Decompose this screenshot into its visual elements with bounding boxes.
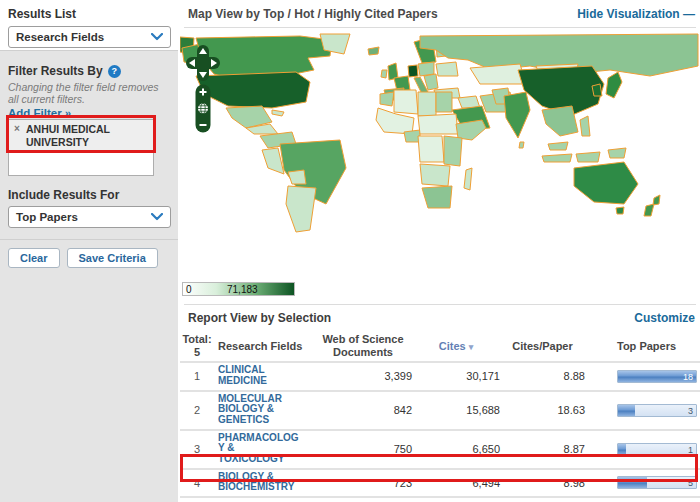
table-row: 1 CLINICAL MEDICINE 3,399 30,171 8.88 18	[180, 361, 700, 390]
country-ethiopia[interactable]	[456, 120, 486, 140]
country-southeast-asia[interactable]	[542, 106, 578, 136]
filter-listbox[interactable]: × ANHUI MEDICAL UNIVERSITY	[8, 119, 154, 176]
country-indonesia-west[interactable]	[542, 154, 572, 162]
country-new-zealand-north[interactable]	[653, 195, 660, 205]
country-sudan-chad[interactable]	[418, 114, 458, 134]
country-germany[interactable]	[408, 65, 418, 77]
map-pan-control[interactable]	[186, 45, 220, 81]
country-algeria[interactable]	[394, 90, 418, 114]
top-papers-value: 5	[688, 477, 693, 489]
country-argentina[interactable]	[286, 186, 316, 232]
cites-sort-label: Cites	[439, 340, 466, 352]
table-row: 3 PHARMACOLOGY & TOXICOLOGY 750 6,650 8.…	[180, 429, 700, 468]
country-new-zealand-south[interactable]	[644, 204, 654, 216]
country-tasmania[interactable]	[616, 207, 624, 214]
map-zoom-control[interactable]	[195, 84, 211, 133]
main-content: Map View by Top / Hot / Highly Cited Pap…	[180, 0, 700, 502]
filter-results-heading: Filter Results By ?	[8, 64, 121, 78]
remove-filter-icon[interactable]: ×	[14, 123, 20, 134]
add-filter-link[interactable]: Add Filter »	[8, 107, 71, 119]
column-header-wos-documents[interactable]: Web of Science Documents	[314, 333, 412, 358]
country-ireland[interactable]	[381, 70, 387, 78]
active-filter-chip[interactable]: × ANHUI MEDICAL UNIVERSITY	[9, 120, 153, 152]
cites-per-paper-value: 8.88	[500, 370, 585, 382]
results-list-dropdown[interactable]: Research Fields	[8, 26, 171, 48]
country-south-africa[interactable]	[422, 186, 452, 208]
country-madagascar[interactable]	[464, 168, 472, 190]
clear-button[interactable]: Clear	[8, 248, 60, 268]
sidebar-divider	[0, 239, 178, 240]
total-value: 5	[194, 346, 200, 358]
country-india[interactable]	[504, 92, 530, 138]
filter-note: Changing the filter field removes all cu…	[8, 81, 166, 106]
cites-per-paper-value: 18.63	[500, 404, 585, 416]
country-peru[interactable]	[262, 148, 284, 174]
table-row: 2 MOLECULAR BIOLOGY & GENETICS 842 15,68…	[180, 390, 700, 429]
field-link-molecular-biology-genetics[interactable]: MOLECULAR BIOLOGY & GENETICS	[218, 394, 302, 426]
include-results-dropdown[interactable]: Top Papers	[8, 206, 171, 228]
row-rank: 1	[180, 370, 214, 382]
wos-documents-value: 842	[314, 404, 412, 416]
sort-down-icon: ▾	[469, 342, 474, 352]
include-results-heading: Include Results For	[8, 188, 119, 202]
world-map[interactable]: 0 71,183	[180, 32, 700, 278]
table-header-row: Total:5 Research Fields Web of Science D…	[180, 331, 700, 361]
row-rank: 2	[180, 404, 214, 416]
top-papers-bar: 3	[617, 404, 697, 417]
country-kazakhstan[interactable]	[470, 64, 526, 84]
country-libya[interactable]	[418, 92, 436, 116]
country-east-africa[interactable]	[444, 136, 462, 166]
country-morocco[interactable]	[380, 92, 394, 106]
hide-visualization-label: Hide Visualization	[577, 7, 679, 21]
country-drc[interactable]	[418, 136, 444, 162]
cites-value: 15,688	[412, 404, 500, 416]
header-divider	[184, 27, 696, 28]
field-link-clinical-medicine[interactable]: CLINICAL MEDICINE	[218, 365, 302, 386]
report-view-title: Report View by Selection	[188, 311, 331, 325]
save-criteria-button[interactable]: Save Criteria	[67, 248, 158, 268]
table-row: 0 ALL FIELDS 7,767 77,774 10.01 41	[180, 496, 700, 502]
country-poland-baltics[interactable]	[418, 62, 434, 76]
country-ukraine[interactable]	[436, 62, 458, 76]
sidebar: Results List Research Fields Filter Resu…	[0, 0, 178, 502]
country-australia[interactable]	[574, 162, 638, 204]
field-link-pharmacology-toxicology[interactable]: PHARMACOLOGY & TOXICOLOGY	[218, 433, 302, 465]
country-korea[interactable]	[592, 84, 602, 96]
column-header-cites[interactable]: Cites ▾	[412, 340, 500, 353]
cites-per-paper-value: 8.98	[500, 477, 585, 489]
country-indonesia-east[interactable]	[576, 152, 600, 162]
country-philippines[interactable]	[580, 116, 590, 136]
country-egypt[interactable]	[436, 92, 452, 112]
globe-icon[interactable]	[198, 104, 208, 114]
sidebar-buttons: Clear Save Criteria	[8, 248, 158, 268]
country-cuba[interactable]	[272, 110, 284, 116]
zoom-in-icon[interactable]	[202, 89, 204, 96]
customize-link[interactable]: Customize	[634, 311, 695, 325]
filter-results-heading-text: Filter Results By	[8, 64, 103, 78]
help-icon[interactable]: ?	[108, 65, 121, 78]
country-malaysia[interactable]	[548, 142, 568, 150]
row-rank: 4	[180, 477, 214, 489]
column-header-top-papers[interactable]: Top Papers	[617, 340, 697, 352]
total-label: Total:	[182, 333, 211, 345]
table-row-highlighted: 4 BIOLOGY & BIOCHEMISTRY 723 6,494 8.98 …	[180, 468, 700, 497]
country-papua-new-guinea[interactable]	[608, 148, 626, 158]
world-map-svg[interactable]	[180, 32, 700, 278]
zoom-out-icon[interactable]	[200, 124, 207, 126]
bar-fill	[618, 405, 635, 416]
column-header-research-fields[interactable]: Research Fields	[214, 340, 314, 352]
top-papers-bar: 1	[617, 443, 697, 456]
country-angola-zambia[interactable]	[420, 164, 450, 186]
country-iceland[interactable]	[368, 47, 379, 55]
top-papers-bar: 18	[617, 370, 697, 383]
cites-value: 6,650	[412, 443, 500, 455]
hide-visualization-link[interactable]: Hide Visualization —	[577, 7, 695, 21]
field-link-biology-biochemistry[interactable]: BIOLOGY & BIOCHEMISTRY	[218, 472, 302, 493]
country-sri-lanka[interactable]	[519, 142, 524, 148]
country-iraq-syria[interactable]	[458, 96, 480, 108]
country-bolivia[interactable]	[288, 170, 306, 184]
results-list-selected-value: Research Fields	[16, 31, 104, 43]
column-header-cites-per-paper[interactable]: Cites/Paper	[500, 340, 585, 353]
results-list-heading: Results List	[8, 7, 76, 21]
country-japan[interactable]	[606, 72, 622, 98]
